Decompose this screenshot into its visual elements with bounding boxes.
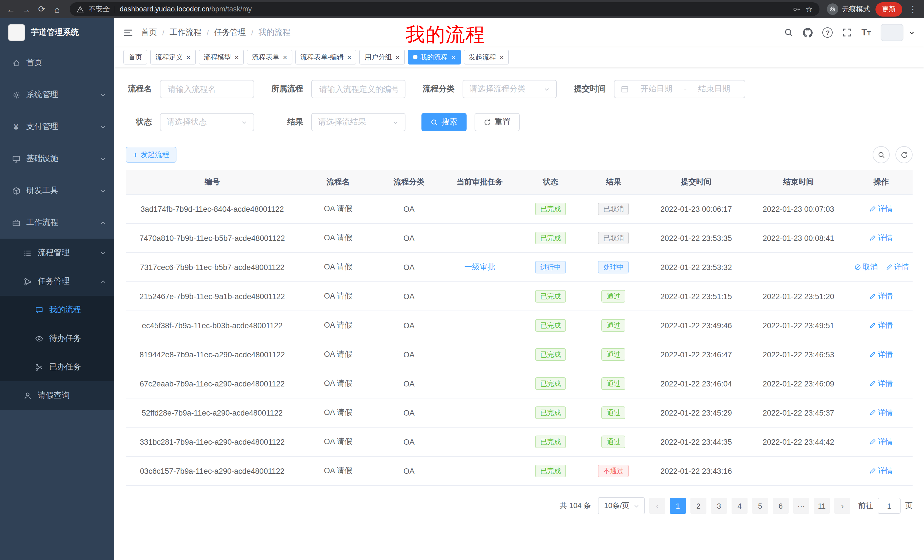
detail-action[interactable]: 详情 [870, 379, 893, 389]
next-page-button[interactable]: › [834, 498, 850, 514]
scissors-icon [34, 363, 44, 371]
more-pages-button[interactable]: ··· [793, 498, 809, 514]
tab-close-icon[interactable]: × [186, 53, 190, 61]
sidebar-item-payment[interactable]: ¥ 支付管理 [0, 111, 114, 143]
home-browser-icon[interactable]: ⌂ [52, 4, 62, 14]
page-button-11[interactable]: 11 [814, 498, 830, 514]
column-header-3: 当前审批任务 [440, 170, 519, 195]
bookmark-star-icon[interactable]: ☆ [806, 4, 813, 14]
sidebar-item-todo-tasks[interactable]: 待办任务 [0, 324, 114, 353]
breadcrumb-item-1[interactable]: 工作流程 [170, 27, 202, 38]
tab-5[interactable]: 用户分组× [360, 49, 405, 64]
url-bar[interactable]: 不安全 dashboard.yudao.iocoder.cn/bpm/task/… [70, 2, 819, 16]
create-process-button[interactable]: + 发起流程 [126, 147, 177, 163]
forward-icon[interactable]: → [21, 4, 32, 14]
hamburger-icon[interactable] [123, 28, 133, 37]
avatar-caret-icon[interactable] [909, 29, 915, 36]
breadcrumb-item-0[interactable]: 首页 [141, 27, 157, 38]
page-size-select[interactable]: 10条/页 [598, 497, 645, 514]
app-logo-row[interactable]: 芋道管理系统 [0, 18, 114, 47]
tab-6[interactable]: 我的流程× [408, 49, 460, 64]
detail-action[interactable]: 详情 [870, 204, 893, 214]
tab-4[interactable]: 流程表单-编辑× [295, 49, 357, 64]
sidebar-item-workflow[interactable]: 工作流程 [0, 207, 114, 239]
status-tag: 已取消 [598, 203, 629, 215]
cell-category: OA [378, 195, 440, 223]
hide-search-button[interactable] [873, 146, 890, 163]
process-name-input[interactable] [160, 80, 254, 98]
cell-id: 2152467e-7b9b-11ec-9a1b-acde48001122 [126, 282, 298, 311]
tab-2[interactable]: 流程模型× [198, 49, 244, 64]
status-tag: 通过 [602, 436, 626, 448]
tab-close-icon[interactable]: × [283, 53, 287, 61]
browser-menu-icon[interactable]: ⋮ [908, 4, 918, 14]
tab-close-icon[interactable]: × [396, 53, 400, 61]
process-id-input[interactable] [311, 80, 405, 98]
page-button-4[interactable]: 4 [732, 498, 747, 514]
fullscreen-icon[interactable] [843, 28, 852, 37]
column-header-8: 操作 [849, 170, 913, 195]
breadcrumb-separator: / [207, 28, 209, 37]
detail-action[interactable]: 详情 [885, 262, 909, 272]
sidebar-item-done-tasks[interactable]: 已办任务 [0, 353, 114, 381]
category-select[interactable]: 请选择流程分类 [463, 80, 557, 98]
tab-close-icon[interactable]: × [234, 53, 239, 61]
page-url[interactable]: dashboard.yudao.iocoder.cn/bpm/task/my [120, 5, 252, 13]
cell-result: 通过 [582, 369, 645, 398]
tab-close-icon[interactable]: × [451, 53, 455, 61]
cell-end-time: 2022-01-22 23:51:20 [747, 282, 849, 311]
sidebar-item-home[interactable]: 首页 [0, 47, 114, 79]
page-button-6[interactable]: 6 [772, 498, 789, 514]
breadcrumb-item-2[interactable]: 任务管理 [214, 27, 246, 38]
result-select[interactable]: 请选择流结果 [311, 113, 405, 131]
github-icon[interactable] [803, 28, 813, 37]
page-button-1[interactable]: 1 [670, 498, 686, 514]
sidebar-item-infra[interactable]: 基础设施 [0, 143, 114, 175]
detail-action[interactable]: 详情 [870, 349, 893, 359]
goto-label: 前往 [858, 501, 873, 511]
tab-close-icon[interactable]: × [347, 53, 351, 61]
sidebar-item-leave-query[interactable]: 请假查询 [0, 381, 114, 410]
tab-close-icon[interactable]: × [500, 53, 504, 61]
cell-task [440, 282, 519, 311]
tab-7[interactable]: 发起流程× [464, 49, 509, 64]
sidebar-item-my-process[interactable]: 我的流程 [0, 296, 114, 324]
cancel-action[interactable]: 取消 [854, 262, 878, 272]
security-label[interactable]: 不安全 [88, 4, 110, 14]
font-size-icon[interactable]: TT [861, 28, 871, 37]
search-button[interactable]: 搜索 [422, 113, 466, 131]
update-button[interactable]: 更新 [876, 2, 902, 16]
sidebar-item-task-mgmt[interactable]: 任务管理 [0, 267, 114, 296]
search-icon[interactable] [784, 28, 794, 37]
page-button-3[interactable]: 3 [711, 498, 727, 514]
cell-name: OA 请假 [298, 282, 378, 311]
status-select[interactable]: 请选择状态 [160, 113, 254, 131]
sidebar-item-system[interactable]: 系统管理 [0, 79, 114, 111]
sidebar-item-devtools[interactable]: 研发工具 [0, 175, 114, 207]
password-key-icon[interactable] [793, 5, 801, 13]
page-button-2[interactable]: 2 [690, 498, 706, 514]
cell-category: OA [378, 253, 440, 282]
detail-action[interactable]: 详情 [870, 407, 893, 418]
cell-task [440, 457, 519, 485]
reload-icon[interactable]: ⟳ [36, 4, 47, 14]
reset-button[interactable]: 重置 [475, 113, 520, 131]
help-icon[interactable]: ? [823, 27, 833, 38]
detail-action[interactable]: 详情 [870, 233, 893, 243]
detail-action[interactable]: 详情 [870, 291, 893, 301]
page-button-5[interactable]: 5 [752, 498, 768, 514]
prev-page-button[interactable]: ‹ [650, 498, 665, 514]
avatar[interactable] [880, 24, 903, 41]
refresh-table-button[interactable] [896, 146, 913, 163]
task-link[interactable]: 一级审批 [464, 263, 495, 271]
back-icon[interactable]: ← [6, 4, 16, 14]
tab-3[interactable]: 流程表单× [247, 49, 292, 64]
date-range-picker[interactable]: 开始日期 - 结束日期 [614, 80, 745, 98]
goto-page-input[interactable] [878, 498, 901, 514]
tab-0[interactable]: 首页 [123, 49, 147, 64]
detail-action[interactable]: 详情 [870, 320, 893, 331]
sidebar-item-process-mgmt[interactable]: 流程管理 [0, 239, 114, 267]
tab-1[interactable]: 流程定义× [150, 49, 196, 64]
detail-action[interactable]: 详情 [870, 437, 893, 447]
detail-action[interactable]: 详情 [870, 466, 893, 476]
